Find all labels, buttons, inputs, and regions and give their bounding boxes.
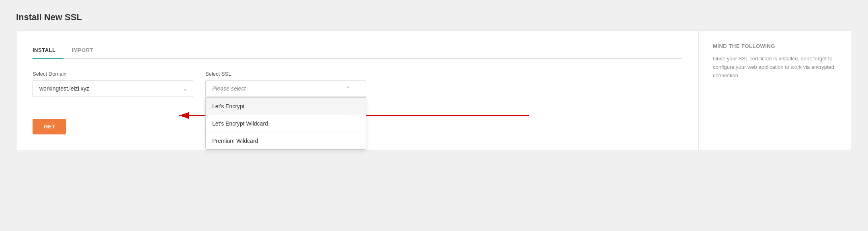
ssl-option-lets-encrypt-wildcard[interactable]: Let's Encrypt Wildcard	[206, 115, 366, 132]
ssl-label: Select SSL	[205, 71, 366, 77]
tabs-bar: INSTALL IMPORT	[33, 43, 682, 59]
domain-select-wrapper: workingtest.leizi.xyz ⌄	[33, 80, 193, 97]
sidebar-title: MIND THE FOLLOWING	[713, 43, 837, 49]
ssl-dropdown: Let's Encrypt Let's Encrypt Wildcard Pre…	[205, 97, 366, 150]
card-sidebar: MIND THE FOLLOWING Once your SSL certifi…	[699, 31, 852, 151]
ssl-form-group: Select SSL Please select ⌃ Let's Encrypt…	[205, 71, 366, 97]
ssl-select-container: Please select ⌃ Let's Encrypt Let's Encr…	[205, 80, 366, 97]
get-button[interactable]: GET	[33, 119, 66, 134]
ssl-option-lets-encrypt[interactable]: Let's Encrypt	[206, 98, 366, 115]
domain-label: Select Domain	[33, 71, 193, 77]
domain-form-group: Select Domain workingtest.leizi.xyz ⌄	[33, 71, 193, 97]
main-card: INSTALL IMPORT Select Domain workingtest…	[16, 31, 852, 151]
tab-install[interactable]: INSTALL	[33, 43, 63, 59]
ssl-chevron-icon: ⌃	[345, 85, 350, 92]
form-row: Select Domain workingtest.leizi.xyz ⌄ Se…	[33, 71, 682, 97]
ssl-select-header[interactable]: Please select ⌃	[205, 80, 366, 97]
sidebar-text: Once your SSL certificate is installed, …	[713, 55, 837, 80]
tab-import[interactable]: IMPORT	[72, 43, 101, 59]
card-main: INSTALL IMPORT Select Domain workingtest…	[16, 31, 699, 151]
domain-select[interactable]: workingtest.leizi.xyz	[33, 80, 193, 97]
ssl-option-premium-wildcard[interactable]: Premium Wildcard	[206, 132, 366, 149]
page-title: Install New SSL	[16, 12, 852, 23]
ssl-placeholder-text: Please select	[212, 85, 246, 92]
